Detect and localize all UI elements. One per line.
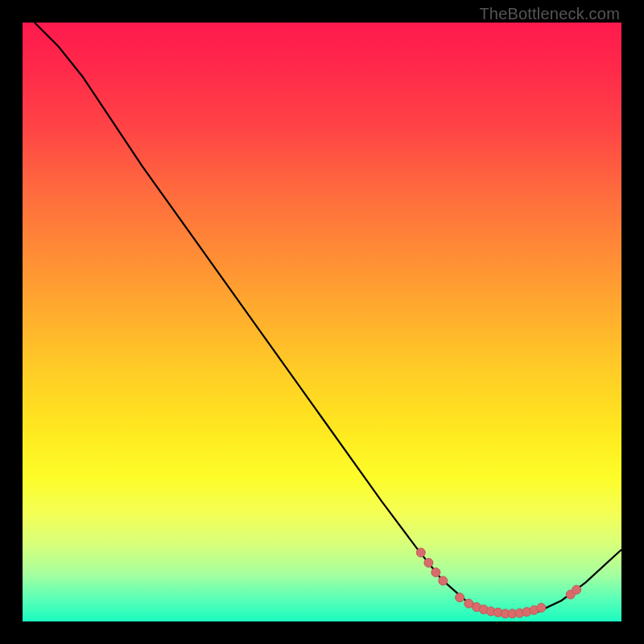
data-point — [572, 585, 581, 594]
chart-overlay — [23, 23, 621, 621]
data-point — [424, 559, 433, 568]
data-points-group — [416, 548, 580, 618]
data-point — [416, 548, 425, 557]
data-point — [431, 568, 440, 577]
watermark-text: TheBottleneck.com — [479, 5, 620, 23]
data-point — [537, 603, 546, 612]
chart-container: TheBottleneck.com — [0, 0, 644, 644]
data-point — [439, 576, 448, 585]
data-point — [456, 593, 464, 602]
bottleneck-curve — [35, 23, 621, 614]
